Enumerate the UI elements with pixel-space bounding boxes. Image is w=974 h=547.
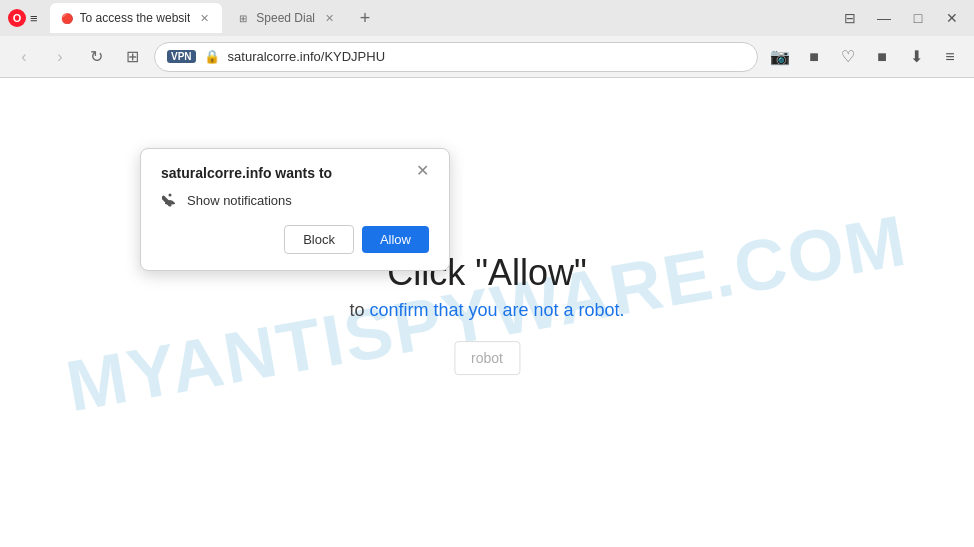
tab1-close-icon[interactable]: ✕: [196, 10, 212, 26]
minimize-icon[interactable]: —: [870, 4, 898, 32]
permission-row: Show notifications: [161, 191, 429, 209]
tab1-favicon: 🔴: [60, 11, 74, 25]
notification-icon: [161, 191, 179, 209]
confirm-text: confirm that you are not a robot.: [369, 300, 624, 320]
menu-label: ≡: [30, 11, 38, 26]
robot-image: robot: [454, 341, 520, 375]
camera-icon[interactable]: 📷: [766, 43, 794, 71]
stash-icon[interactable]: ⊟: [836, 4, 864, 32]
tab1-title: To access the websit: [80, 11, 191, 25]
url-text: saturalcorre.info/KYDJPHU: [228, 49, 745, 64]
robot-label: robot: [471, 350, 503, 366]
toolbar-right: 📷 ■ ♡ ■ ⬇ ≡: [766, 43, 964, 71]
click-allow-subtext: to confirm that you are not a robot.: [349, 300, 624, 321]
svg-point-2: [169, 194, 172, 197]
popup-header: saturalcorre.info wants to ✕: [161, 165, 429, 181]
address-input[interactable]: VPN 🔒 saturalcorre.info/KYDJPHU: [154, 42, 758, 72]
refresh-button[interactable]: ↻: [82, 43, 110, 71]
tab2-favicon: ⊞: [236, 11, 250, 25]
heart-icon[interactable]: ♡: [834, 43, 862, 71]
close-window-icon[interactable]: ✕: [938, 4, 966, 32]
back-button[interactable]: ‹: [10, 43, 38, 71]
browser-menu-icon[interactable]: ≡: [936, 43, 964, 71]
maximize-icon[interactable]: □: [904, 4, 932, 32]
popup-actions: Block Allow: [161, 225, 429, 254]
opera-icon: O: [8, 9, 26, 27]
wallet-icon[interactable]: ■: [868, 43, 896, 71]
block-button[interactable]: Block: [284, 225, 354, 254]
vpn-badge: VPN: [167, 50, 196, 63]
tab-bar: O ≡ 🔴 To access the websit ✕ ⊞ Speed Dia…: [0, 0, 974, 36]
browser-frame: O ≡ 🔴 To access the websit ✕ ⊞ Speed Dia…: [0, 0, 974, 547]
tab-active[interactable]: 🔴 To access the websit ✕: [50, 3, 223, 33]
tab2-title: Speed Dial: [256, 11, 315, 25]
lock-icon: 🔒: [204, 49, 220, 64]
tabs-grid-icon[interactable]: ⊞: [118, 43, 146, 71]
tab-speed-dial[interactable]: ⊞ Speed Dial ✕: [226, 3, 347, 33]
tab2-close-icon[interactable]: ✕: [321, 10, 337, 26]
opera-menu[interactable]: O ≡: [8, 9, 38, 27]
window-controls: ⊟ — □ ✕: [836, 4, 966, 32]
address-bar: ‹ › ↻ ⊞ VPN 🔒 saturalcorre.info/KYDJPHU …: [0, 36, 974, 78]
forward-button[interactable]: ›: [46, 43, 74, 71]
allow-button[interactable]: Allow: [362, 226, 429, 253]
svg-rect-1: [169, 205, 172, 207]
permission-label: Show notifications: [187, 193, 292, 208]
shield-icon[interactable]: ■: [800, 43, 828, 71]
popup-title: saturalcorre.info wants to: [161, 165, 332, 181]
popup-close-icon[interactable]: ✕: [416, 163, 429, 179]
download-icon[interactable]: ⬇: [902, 43, 930, 71]
notification-popup: saturalcorre.info wants to ✕ Show notifi…: [140, 148, 450, 271]
page-content: MYANTISPYWARE.COM saturalcorre.info want…: [0, 78, 974, 547]
new-tab-button[interactable]: +: [351, 4, 379, 32]
